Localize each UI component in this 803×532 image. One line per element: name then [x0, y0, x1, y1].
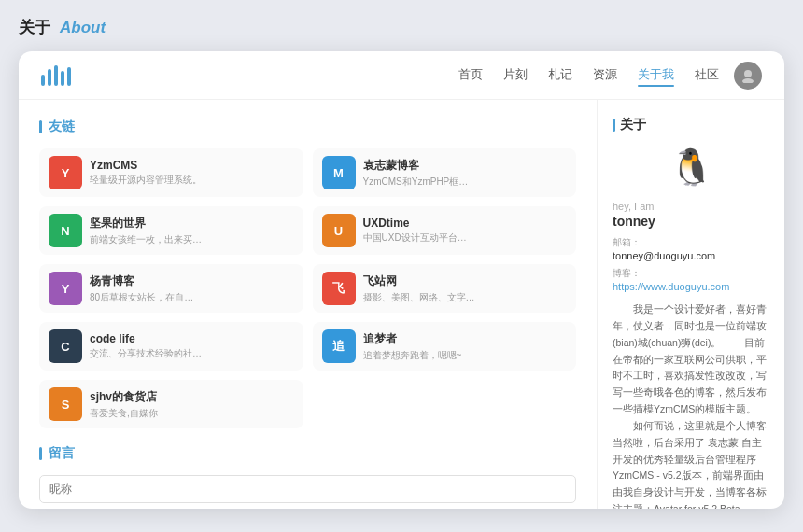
friend-desc: 喜爱美食,自媒你	[90, 407, 158, 420]
logo-bar-1	[41, 75, 45, 86]
about-blog-row: 博客： https://www.duoguyu.com	[613, 267, 769, 292]
friend-info: 追梦者 追着梦想奔跑着，嗯嗯~	[363, 331, 462, 362]
friend-name: code life	[90, 332, 202, 345]
right-panel: 关于 🐧 hey, I am tonney 邮箱： tonney@duoguyu…	[598, 100, 784, 509]
logo-bar-2	[48, 69, 51, 86]
nav-moments[interactable]: 片刻	[503, 66, 528, 85]
nickname-input[interactable]	[39, 475, 576, 503]
friend-info: 杨青博客 80后草根女站长，在自我闯设计师...	[90, 273, 202, 304]
friend-name: 袁志蒙博客	[363, 158, 475, 174]
friend-card[interactable]: Y 杨青博客 80后草根女站长，在自我闯设计师...	[39, 264, 303, 313]
friend-avatar: Y	[49, 272, 82, 305]
svg-point-0	[744, 70, 752, 77]
user-avatar: 🐧	[669, 147, 713, 188]
friend-card[interactable]: M 袁志蒙博客 YzmCMS和YzmPHP框架的作者。...	[313, 148, 577, 197]
logo	[41, 65, 71, 86]
page-title-en: About	[60, 19, 106, 37]
friend-card[interactable]: U UXDtime 中国UXD设计互动平台，采研交...	[313, 206, 577, 255]
friend-name: 坚果的世界	[90, 216, 202, 231]
friends-section-title: 友链	[39, 119, 576, 135]
about-blog-value[interactable]: https://www.duoguyu.com	[613, 281, 769, 292]
friend-desc: 追着梦想奔跑着，嗯嗯~	[363, 349, 462, 362]
friend-name: 飞站网	[363, 273, 475, 289]
logo-bar-3	[54, 65, 58, 86]
friend-avatar: 追	[322, 329, 356, 363]
friend-info: UXDtime 中国UXD设计互动平台，采研交...	[363, 217, 475, 245]
friend-desc: 轻量级开源内容管理系统。	[90, 174, 202, 187]
friend-desc: YzmCMS和YzmPHP框架的作者。...	[363, 175, 475, 189]
friend-name: 杨青博客	[90, 273, 202, 289]
logo-bars	[41, 65, 71, 86]
left-panel: 友链 Y YzmCMS 轻量级开源内容管理系统。 M 袁志蒙博客 YzmCMS和…	[19, 100, 598, 509]
nav-avatar[interactable]	[734, 62, 762, 90]
friend-avatar: S	[49, 387, 82, 421]
logo-bar-4	[61, 71, 64, 86]
about-email-value: tonney@duoguyu.com	[613, 250, 769, 261]
friend-name: YzmCMS	[90, 159, 202, 172]
about-blog-label: 博客：	[613, 267, 769, 280]
friend-card[interactable]: 追 追梦者 追着梦想奔跑着，嗯嗯~	[313, 322, 577, 371]
nav-notes[interactable]: 札记	[548, 66, 572, 85]
about-email-row: 邮箱： tonney@duoguyu.com	[613, 236, 769, 261]
friend-info: 袁志蒙博客 YzmCMS和YzmPHP框架的作者。...	[363, 158, 475, 189]
friend-desc: 摄影、美图、网络、文字、让生活...	[363, 291, 475, 304]
friend-avatar: Y	[49, 156, 82, 189]
friend-avatar: N	[49, 214, 82, 247]
friend-desc: 中国UXD设计互动平台，采研交...	[363, 231, 475, 245]
friend-info: 飞站网 摄影、美图、网络、文字、让生活...	[363, 273, 475, 304]
friend-card[interactable]: Y YzmCMS 轻量级开源内容管理系统。	[39, 148, 303, 197]
page-title-zh: 关于	[19, 17, 50, 38]
logo-bar-5	[67, 67, 71, 86]
page-title-bar: 关于 About	[19, 17, 106, 38]
browser-window: 首页 片刻 札记 资源 关于我 社区 友链 Y YzmCMS 轻量级开源内容管理…	[19, 51, 784, 509]
friend-avatar: U	[322, 214, 356, 247]
nav-resources[interactable]: 资源	[593, 66, 617, 85]
comment-section: 留言 验证码 提交留言	[39, 445, 576, 509]
friend-desc: 交流、分享技术经验的社区平台！	[90, 347, 202, 360]
friend-card[interactable]: N 坚果的世界 前端女孩维一枚，出来买北漂大佬一...	[39, 206, 303, 255]
nav-links: 首页 片刻 札记 资源 关于我 社区	[458, 66, 719, 85]
friend-name: 追梦者	[363, 331, 462, 347]
friends-grid: Y YzmCMS 轻量级开源内容管理系统。 M 袁志蒙博客 YzmCMS和Yzm…	[39, 148, 576, 428]
about-bio: 我是一个设计爱好者，喜好青年，仗义者，同时也是一位前端攻(bian)城(chua…	[613, 301, 769, 509]
about-name: tonney	[613, 214, 769, 229]
friend-avatar: C	[49, 329, 82, 363]
friend-info: sjhv的食货店 喜爱美食,自媒你	[90, 389, 158, 420]
about-email-label: 邮箱：	[613, 236, 769, 249]
friend-avatar: 飞	[322, 272, 356, 305]
nav-community[interactable]: 社区	[695, 66, 719, 85]
friend-desc: 80后草根女站长，在自我闯设计师...	[90, 291, 202, 304]
comment-section-title: 留言	[39, 445, 576, 462]
avatar-area: 🐧	[613, 147, 769, 188]
nav-bar: 首页 片刻 札记 资源 关于我 社区	[19, 51, 784, 100]
main-content: 友链 Y YzmCMS 轻量级开源内容管理系统。 M 袁志蒙博客 YzmCMS和…	[19, 100, 784, 509]
friend-card[interactable]: 飞 飞站网 摄影、美图、网络、文字、让生活...	[313, 264, 577, 313]
nav-home[interactable]: 首页	[458, 66, 483, 85]
friend-card[interactable]: C code life 交流、分享技术经验的社区平台！	[39, 322, 303, 371]
friend-name: UXDtime	[363, 217, 475, 230]
nickname-group	[39, 475, 576, 503]
friend-info: 坚果的世界 前端女孩维一枚，出来买北漂大佬一...	[90, 216, 202, 246]
svg-point-1	[742, 78, 754, 83]
about-section-title: 关于	[613, 117, 769, 133]
friend-name: sjhv的食货店	[90, 389, 158, 405]
friend-card[interactable]: S sjhv的食货店 喜爱美食,自媒你	[39, 380, 303, 428]
friend-info: YzmCMS 轻量级开源内容管理系统。	[90, 159, 202, 187]
friend-desc: 前端女孩维一枚，出来买北漂大佬一...	[90, 233, 202, 246]
about-greeting: hey, I am	[613, 201, 769, 212]
friend-info: code life 交流、分享技术经验的社区平台！	[90, 332, 202, 360]
nav-about[interactable]: 关于我	[638, 66, 674, 85]
friend-avatar: M	[322, 156, 356, 189]
